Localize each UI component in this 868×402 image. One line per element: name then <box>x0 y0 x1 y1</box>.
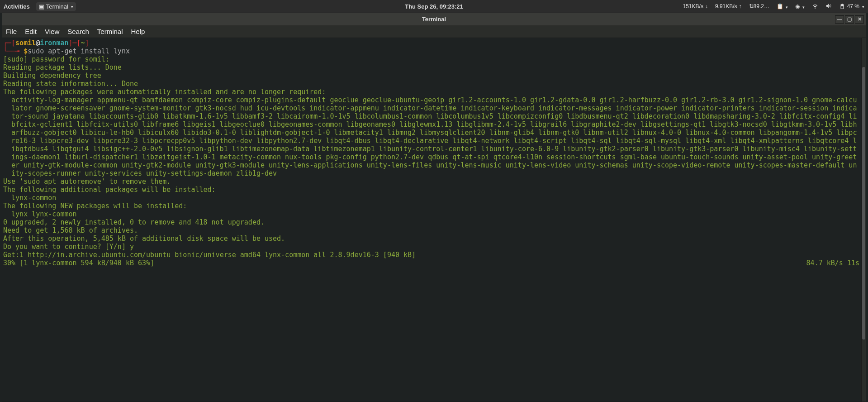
close-button[interactable]: ✕ <box>855 15 864 24</box>
out-line: Use 'sudo apt autoremove' to remove them… <box>3 177 171 186</box>
menu-search[interactable]: Search <box>67 28 89 35</box>
minimize-button[interactable]: — <box>835 15 844 24</box>
prompt-at: @ <box>36 39 40 47</box>
out-additional-packages: lynx-common <box>3 194 859 202</box>
prompt-user: somil <box>15 39 36 47</box>
activities-button[interactable]: Activities <box>4 3 30 10</box>
out-line: Need to get 1,568 kB of archives. <box>3 226 138 234</box>
out-line: Do you want to continue? [Y/n] y <box>3 243 134 251</box>
battery-indicator[interactable]: 47 %▾ <box>839 3 864 10</box>
prompt-l1: ┌─[ <box>3 39 15 47</box>
net-total-indicator: ⇅89.2… <box>749 3 769 10</box>
prompt-dollar: $ <box>24 47 28 55</box>
chevron-down-icon: ▾ <box>71 5 73 9</box>
clipboard-icon[interactable]: 📋 ▾ <box>777 3 788 10</box>
out-autoremove-packages: activity-log-manager appmenu-qt bamfdaem… <box>3 96 859 177</box>
menu-edit[interactable]: Edit <box>25 28 37 35</box>
prompt-end: ] <box>85 39 89 47</box>
accessibility-icon[interactable]: ◉ ▾ <box>795 3 804 10</box>
menu-help[interactable]: Help <box>131 28 145 35</box>
out-line: Get:1 http://in.archive.ubuntu.com/ubunt… <box>3 251 416 259</box>
menu-view[interactable]: View <box>45 28 59 35</box>
menu-file[interactable]: File <box>6 28 17 35</box>
menu-terminal[interactable]: Terminal <box>97 28 123 35</box>
prompt-l2: └──╼ <box>3 47 24 55</box>
out-sudo: [sudo] password for somil: <box>3 55 109 63</box>
out-line: Reading state information... Done <box>3 80 138 88</box>
download-progress-right: 84.7 kB/s 11s <box>806 259 859 267</box>
terminal-content[interactable]: ┌─[somil@ironman]─[~] └──╼ $sudo apt-get… <box>2 38 861 402</box>
volume-icon[interactable] <box>825 3 832 10</box>
menu-bar: File Edit View Search Terminal Help <box>2 25 866 38</box>
wifi-icon[interactable] <box>812 3 818 10</box>
out-new-packages: lynx lynx-common <box>3 210 859 218</box>
arrow-up-icon: ↑ <box>739 3 742 10</box>
gnome-top-bar: Activities ▣ Terminal ▾ Thu Sep 26, 09:2… <box>0 0 868 13</box>
out-line: The following additional packages will b… <box>3 186 216 194</box>
net-down-indicator: 151KB/s↓ <box>683 3 708 10</box>
net-up-indicator: 9.91KB/s↑ <box>715 3 742 10</box>
download-progress-left: 30% [1 lynx-common 594 kB/940 kB 63%] <box>3 259 154 267</box>
window-title: Terminal <box>422 16 446 23</box>
terminal-scrollbar[interactable] <box>861 38 866 402</box>
window-title-bar: Terminal — ▢ ✕ <box>2 13 866 25</box>
prompt-host: ironman <box>40 39 68 47</box>
out-line: The following packages were automaticall… <box>3 88 326 96</box>
terminal-viewport: ┌─[somil@ironman]─[~] └──╼ $sudo apt-get… <box>2 38 866 402</box>
out-line: 0 upgraded, 2 newly installed, 0 to remo… <box>3 218 265 226</box>
maximize-button[interactable]: ▢ <box>845 15 854 24</box>
app-menu[interactable]: ▣ Terminal ▾ <box>36 2 76 11</box>
out-line: The following NEW packages will be insta… <box>3 202 187 210</box>
arrow-down-icon: ↓ <box>705 3 708 10</box>
prompt-cwd: ~ <box>81 39 85 47</box>
app-menu-label: Terminal <box>46 3 68 10</box>
prompt-sep: ]─[ <box>69 39 81 47</box>
clock[interactable]: Thu Sep 26, 09:23:21 <box>405 3 463 10</box>
out-line: Reading package lists... Done <box>3 63 122 72</box>
out-line: Building dependency tree <box>3 72 101 80</box>
entered-command: sudo apt-get install lynx <box>28 47 130 55</box>
terminal-icon: ▣ <box>39 3 44 10</box>
scrollbar-thumb[interactable] <box>862 67 865 340</box>
out-line: After this operation, 5,485 kB of additi… <box>3 234 285 243</box>
